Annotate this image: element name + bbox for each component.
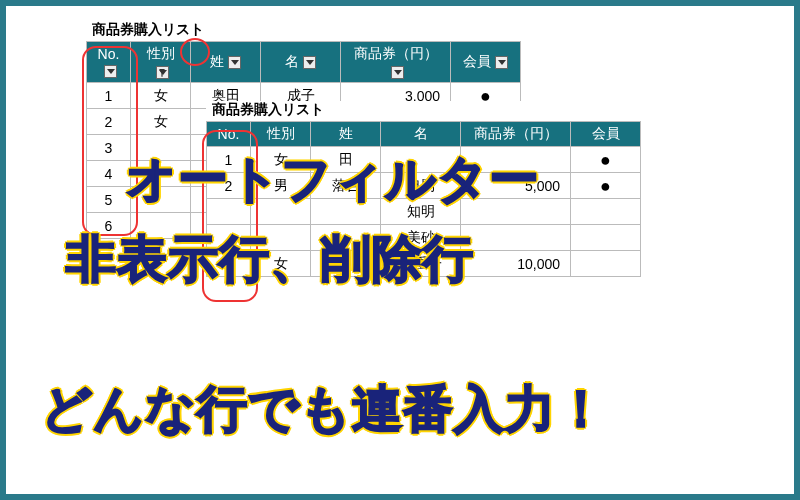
table-header-row: No. 性別 姓 名 商品券（円） 会員: [87, 42, 521, 83]
front-table-title: 商品券購入リスト: [206, 101, 641, 119]
back-table-title: 商品券購入リスト: [86, 21, 521, 39]
cell-price[interactable]: [461, 225, 571, 251]
table-header-row: No. 性別 姓 名 商品券（円） 会員: [207, 122, 641, 147]
headline-2: 非表示行、削除行: [66, 226, 474, 293]
cell-member[interactable]: ●: [571, 147, 641, 173]
header-member[interactable]: 会員: [451, 42, 521, 83]
filter-dropdown-icon[interactable]: [303, 56, 316, 69]
cell-member[interactable]: [571, 199, 641, 225]
filter-dropdown-icon[interactable]: [228, 56, 241, 69]
headline-3: どんな行でも連番入力！: [41, 376, 607, 443]
filter-active-icon[interactable]: [156, 66, 169, 79]
headline-1: オートフィルター: [126, 146, 540, 213]
cell-member[interactable]: [571, 225, 641, 251]
filter-dropdown-icon[interactable]: [391, 66, 404, 79]
header-first[interactable]: 名: [381, 122, 461, 147]
highlight-filter-circle: [180, 38, 210, 66]
cell-sex[interactable]: 女: [131, 109, 191, 135]
cell-member[interactable]: ●: [571, 173, 641, 199]
header-first[interactable]: 名: [261, 42, 341, 83]
cell-price[interactable]: 10,000: [461, 251, 571, 277]
filter-dropdown-icon[interactable]: [495, 56, 508, 69]
header-member[interactable]: 会員: [571, 122, 641, 147]
header-price[interactable]: 商品券（円）: [461, 122, 571, 147]
cell-member[interactable]: [571, 251, 641, 277]
header-sex[interactable]: 性別: [251, 122, 311, 147]
header-price[interactable]: 商品券（円）: [341, 42, 451, 83]
header-last[interactable]: 姓: [311, 122, 381, 147]
cell-sex[interactable]: 女: [131, 83, 191, 109]
